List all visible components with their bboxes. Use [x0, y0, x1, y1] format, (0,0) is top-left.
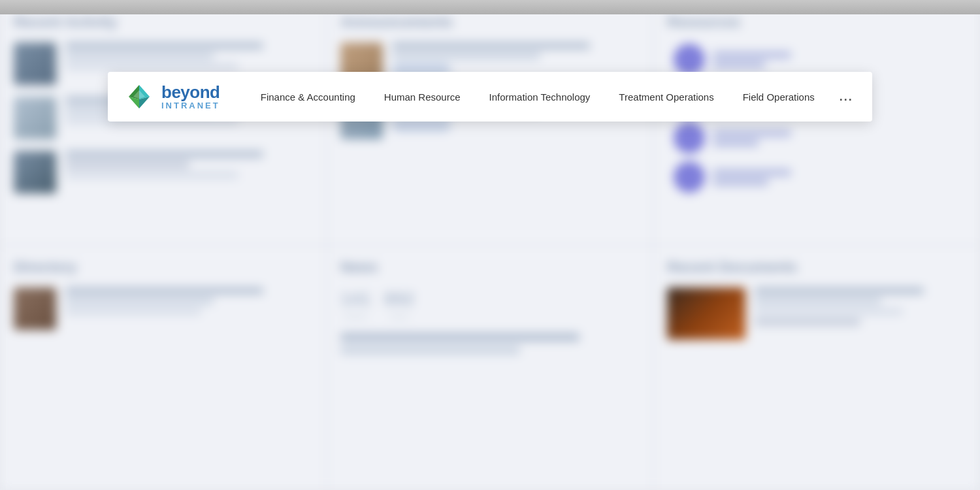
- navbar-nav: Finance & Accounting Human Resource Info…: [246, 85, 864, 109]
- browser-chrome-bar: [0, 0, 980, 14]
- nav-item-treatment-operations[interactable]: Treatment Operations: [604, 86, 728, 108]
- nav-more-button[interactable]: ...: [829, 85, 864, 109]
- nav-item-finance[interactable]: Finance & Accounting: [246, 86, 370, 108]
- logo-text: beyond INTRANET: [161, 83, 220, 111]
- navbar: beyond INTRANET Finance & Accounting Hum…: [108, 72, 872, 122]
- nav-item-field-operations[interactable]: Field Operations: [728, 86, 829, 108]
- nav-item-human-resource[interactable]: Human Resource: [370, 86, 475, 108]
- nav-item-information-technology[interactable]: Information Technology: [475, 86, 605, 108]
- logo-icon: [123, 81, 155, 112]
- navbar-logo[interactable]: beyond INTRANET: [123, 81, 220, 112]
- logo-intranet: INTRANET: [161, 101, 220, 110]
- logo-beyond: beyond: [161, 83, 220, 102]
